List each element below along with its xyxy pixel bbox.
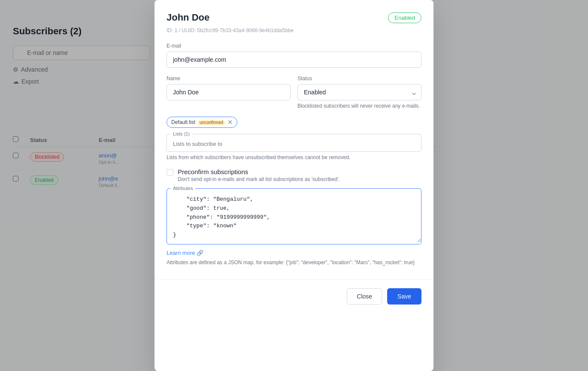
modal-subtitle: ID: 1 / UUID: 5b2fcc99-7b33-43a4-9066-9e…	[167, 27, 421, 33]
tag-area: Default list unconfirmed ✕	[167, 117, 421, 128]
close-button[interactable]: Close	[347, 288, 382, 305]
modal-header: John Doe Enabled	[167, 12, 421, 23]
modal-status-badge: Enabled	[388, 12, 421, 23]
lists-fieldset: Lists (1)	[167, 131, 421, 152]
attributes-fieldset: Attributes "city": "Bengaluru", "good": …	[167, 186, 421, 244]
status-select-wrapper: Enabled Blocklisted ⌵	[297, 84, 421, 100]
lists-legend: Lists (1)	[170, 131, 192, 136]
learn-more-link[interactable]: Learn more 🔗	[167, 250, 203, 256]
preconfirm-sublabel: Don't send opt-in e-mails and mark all l…	[178, 176, 340, 182]
modal-footer: Close Save	[155, 279, 433, 313]
status-label: Status	[297, 75, 421, 81]
learn-more-label: Learn more	[167, 250, 195, 256]
save-button[interactable]: Save	[387, 288, 421, 305]
name-label: Name	[167, 75, 291, 81]
attributes-textarea[interactable]: "city": "Bengaluru", "good": true, "phon…	[167, 191, 421, 242]
attr-example: Attributes are defined as a JSON map, fo…	[167, 259, 421, 266]
tag-unconfirmed-badge: unconfirmed	[197, 120, 225, 125]
email-field-group: E-mail	[167, 43, 421, 68]
list-tag: Default list unconfirmed ✕	[167, 117, 237, 128]
preconfirm-label-group: Preconfirm subscriptions Don't send opt-…	[178, 168, 340, 182]
lists-input[interactable]	[167, 136, 421, 151]
email-input[interactable]	[167, 51, 421, 68]
link-icon: 🔗	[197, 250, 203, 256]
preconfirm-label: Preconfirm subscriptions	[178, 168, 340, 175]
email-label: E-mail	[167, 43, 421, 49]
name-status-row: Name Status Enabled Blocklisted ⌵ Blockl…	[167, 75, 421, 109]
name-field-group: Name	[167, 75, 291, 109]
tag-name: Default list	[171, 119, 195, 125]
lists-note: Lists from which subscribers have unsubs…	[167, 154, 421, 160]
preconfirm-checkbox[interactable]	[167, 169, 173, 176]
attributes-legend: Attributes	[170, 186, 195, 191]
status-field-group: Status Enabled Blocklisted ⌵ Blocklisted…	[297, 75, 421, 109]
preconfirm-row: Preconfirm subscriptions Don't send opt-…	[167, 168, 421, 182]
tag-close-button[interactable]: ✕	[227, 119, 233, 126]
subscriber-modal: John Doe Enabled ID: 1 / UUID: 5b2fcc99-…	[155, 0, 433, 371]
modal-title: John Doe	[167, 12, 209, 23]
status-select[interactable]: Enabled Blocklisted	[297, 84, 421, 100]
status-helper-text: Blocklisted subscribers will never recei…	[297, 103, 421, 109]
name-input[interactable]	[167, 84, 291, 100]
